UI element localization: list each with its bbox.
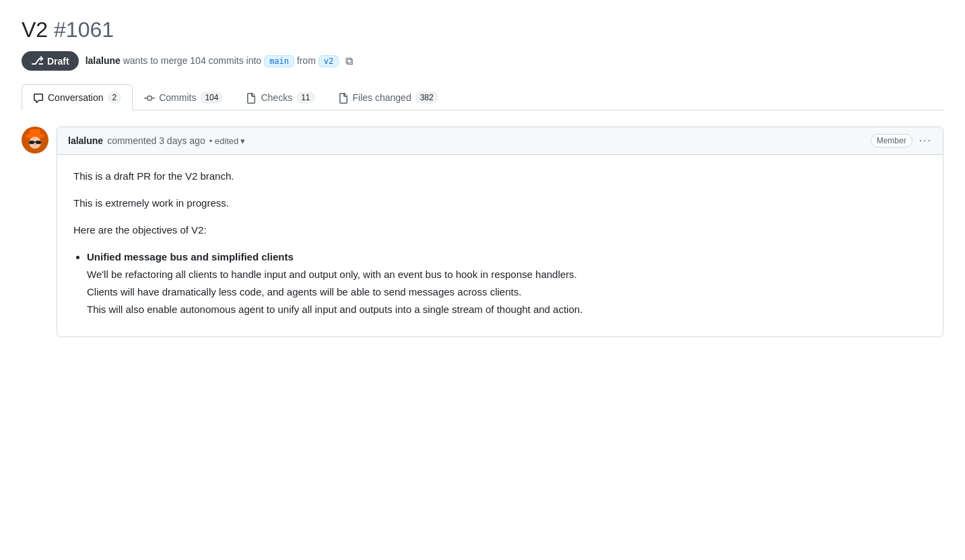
more-options-button[interactable]: ··· — [919, 135, 932, 147]
pr-meta-description: lalalune wants to merge 104 commits into… — [86, 55, 339, 67]
tab-checks[interactable]: Checks 11 — [234, 84, 326, 110]
comment-author[interactable]: lalalune — [68, 135, 103, 146]
comment-header: lalalune commented 3 days ago • edited ▾… — [57, 127, 943, 155]
svg-rect-4 — [29, 141, 34, 144]
tab-conversation-count: 2 — [108, 92, 122, 104]
source-branch-tag[interactable]: v2 — [319, 55, 339, 67]
avatar — [22, 127, 48, 153]
draft-badge: ⎇ Draft — [22, 51, 79, 71]
git-merge-icon: ⎇ — [31, 55, 43, 67]
pr-meta-text: wants to merge 104 commits into — [123, 55, 261, 66]
comment-header-right: Member ··· — [871, 134, 932, 147]
list-item-detail-2: Clients will have dramatically less code… — [87, 284, 927, 300]
tab-checks-label: Checks — [261, 92, 292, 103]
pr-from-text: from — [297, 55, 316, 66]
svg-rect-2 — [30, 129, 40, 137]
chevron-down-icon: ▾ — [240, 136, 245, 146]
list-item: Unified message bus and simplified clien… — [87, 249, 927, 318]
list-item-detail-3: This will also enable autonomous agent t… — [87, 302, 927, 318]
edited-dropdown[interactable]: • edited ▾ — [209, 136, 246, 146]
svg-point-7 — [34, 144, 36, 145]
copy-branch-icon[interactable]: ⧉ — [345, 55, 353, 67]
tab-files-changed[interactable]: Files changed 382 — [327, 84, 450, 110]
tab-conversation-label: Conversation — [48, 92, 104, 103]
draft-label: Draft — [47, 56, 69, 67]
avatar-image — [22, 127, 48, 153]
comment-intro2: This is extremely work in progress. — [73, 195, 927, 211]
comment-intro1: This is a draft PR for the V2 branch. — [73, 168, 927, 184]
pr-number: #1061 — [54, 18, 114, 42]
files-changed-icon — [338, 92, 349, 104]
member-badge: Member — [871, 134, 912, 147]
pr-author[interactable]: lalalune — [86, 55, 121, 66]
tab-commits[interactable]: Commits 104 — [133, 84, 234, 110]
target-branch-tag[interactable]: main — [264, 55, 294, 67]
tab-commits-label: Commits — [159, 92, 196, 103]
edited-label: • edited — [209, 136, 239, 146]
comment-list: Unified message bus and simplified clien… — [87, 249, 927, 318]
tab-conversation[interactable]: Conversation 2 — [22, 84, 133, 110]
list-item-title: Unified message bus and simplified clien… — [87, 251, 294, 262]
list-item-detail-1: We'll be refactoring all clients to hand… — [87, 267, 927, 283]
comment-body: This is a draft PR for the V2 branch. Th… — [57, 155, 943, 337]
pr-tabs: Conversation 2 Commits 104 Checks 11 Fil… — [22, 84, 943, 110]
tab-checks-count: 11 — [296, 92, 314, 104]
checks-icon — [246, 92, 257, 104]
pr-title: V2 #1061 — [22, 16, 943, 43]
pr-title-text: V2 — [22, 18, 48, 42]
conversation-icon — [33, 92, 44, 104]
comment-objectives: Here are the objectives of V2: — [73, 222, 927, 238]
tab-commits-count: 104 — [200, 92, 223, 104]
comment-thread: lalalune commented 3 days ago • edited ▾… — [22, 127, 943, 337]
comment-header-left: lalalune commented 3 days ago • edited ▾ — [68, 135, 245, 146]
tab-files-changed-count: 382 — [415, 92, 438, 104]
comment-time: commented 3 days ago — [107, 135, 205, 146]
commits-icon — [144, 92, 155, 104]
svg-rect-5 — [36, 141, 41, 144]
pr-meta: ⎇ Draft lalalune wants to merge 104 comm… — [22, 51, 943, 71]
tab-files-changed-label: Files changed — [353, 92, 411, 103]
comment-box: lalalune commented 3 days ago • edited ▾… — [57, 127, 943, 337]
